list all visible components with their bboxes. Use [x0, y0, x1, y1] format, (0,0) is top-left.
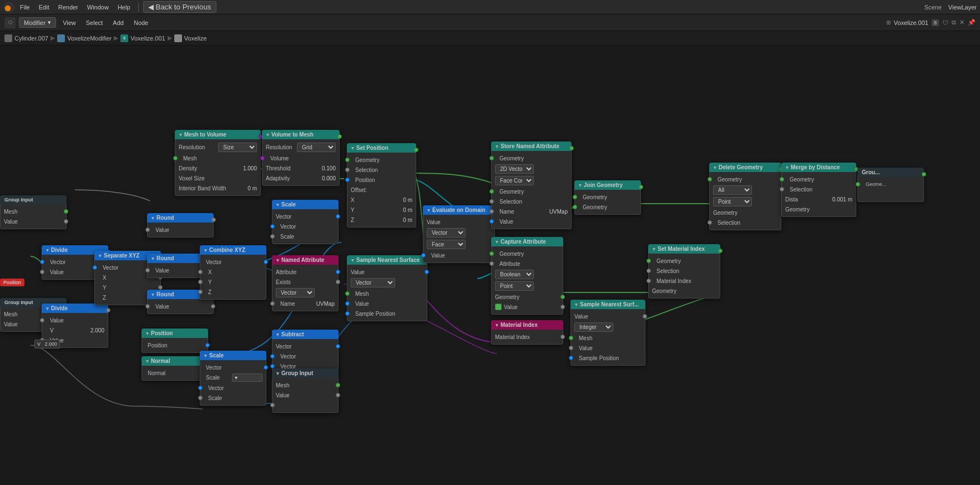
node-sample-nearest-surface[interactable]: ▾ Sample Nearest Surface Value Vector Me…	[347, 255, 427, 321]
menu-render[interactable]: Render	[55, 3, 82, 12]
v-value-field[interactable]: V 2.000	[34, 340, 60, 348]
node-row: Vector	[272, 221, 338, 231]
cap-type-select[interactable]: Boolean	[495, 270, 534, 279]
node-row: Selection	[782, 184, 856, 194]
node-scale-left[interactable]: ▾ Scale Vector Scale ▾ Vector Sc	[200, 351, 266, 406]
scale-dropdown[interactable]: ▾	[232, 373, 262, 382]
toolbar-select[interactable]: Select	[83, 18, 107, 27]
breadcrumb-cylinder[interactable]: Cylinder.007	[14, 35, 48, 42]
node-normal[interactable]: ▾ Normal Normal	[142, 356, 208, 381]
back-to-previous-button[interactable]: ◀ Back to Previous	[143, 1, 216, 13]
node-sample-nearest-surf2[interactable]: ▾ Sample Nearest Surf... Value Integer M…	[570, 300, 645, 366]
workspace-icon: ⊞	[886, 19, 891, 26]
eval-type-select[interactable]: Vector	[427, 228, 466, 238]
breadcrumb-voxelize001[interactable]: Voxelize.001	[130, 35, 165, 42]
node-subtract[interactable]: ▾ Subtract Vector Vector Vector	[272, 330, 339, 374]
sample-type-select[interactable]: Vector	[351, 278, 395, 287]
del-domain-select[interactable]: Point	[713, 197, 752, 206]
node-material-index[interactable]: ▾ Material Index Material Index	[491, 320, 563, 345]
node-row: Position	[142, 340, 208, 350]
node-canvas[interactable]: Group Input Mesh Value Group Input Mesh	[0, 46, 980, 485]
node-group-input-top[interactable]: Group Input Mesh Value	[0, 195, 67, 229]
socket-geom-in	[345, 158, 350, 162]
node-row: Value	[423, 250, 494, 260]
node-row: Value	[423, 217, 494, 227]
socket-mi-in	[646, 279, 651, 283]
socket-name-in	[270, 301, 275, 306]
socket-in	[40, 260, 44, 264]
checkbox-value[interactable]	[495, 304, 502, 310]
socket-z	[198, 290, 203, 294]
node-merge-by-distance[interactable]: ▾ Merge by Distance Geometry Selection D…	[781, 163, 856, 217]
workspace-count: 8	[932, 19, 939, 26]
socket-val-in	[569, 346, 573, 350]
socket-geom-in	[646, 259, 651, 263]
socket-value-in	[345, 301, 350, 306]
node-join-geometry[interactable]: ▾ Join Geometry Geometry Geometry	[574, 180, 641, 215]
node-delete-geometry[interactable]: ▾ Delete Geometry Geometry All Point	[709, 163, 781, 230]
node-row: Scale	[272, 231, 338, 241]
store-domain-select[interactable]: Face Corner	[495, 176, 534, 185]
store-type-select[interactable]: 2D Vector	[495, 164, 534, 174]
node-row: Y	[200, 277, 266, 287]
socket-geom1-in	[573, 195, 577, 199]
node-row: Interior Band Width 0 m	[175, 183, 260, 193]
socket-sel-in	[780, 187, 784, 191]
toolbar-add[interactable]: Add	[109, 18, 127, 27]
node-round-1[interactable]: ▾ Round Value	[147, 213, 214, 238]
node-volume-to-mesh[interactable]: ▾ Volume to Mesh Resolution GridAmount V…	[262, 130, 340, 186]
node-row: Normal	[142, 368, 208, 378]
socket-val-in	[489, 219, 494, 224]
attr-type-select[interactable]: Vector	[276, 288, 315, 297]
node-row: Geometry	[492, 292, 563, 302]
node-row: Geometry	[492, 186, 571, 196]
node-combine-xyz[interactable]: ▾ Combine XYZ Vector X Y Z	[200, 245, 266, 300]
menu-edit[interactable]: Edit	[36, 3, 53, 12]
socket-geom-in	[780, 177, 784, 181]
socket-val-out	[336, 393, 340, 397]
node-set-material-index[interactable]: ▾ Set Material Index Geometry Selection …	[648, 244, 720, 299]
node-store-named-attr[interactable]: ▾ Store Named Attribute Geometry 2D Vect…	[491, 142, 572, 229]
del-mode-select[interactable]: All	[713, 185, 752, 195]
modifier-dropdown[interactable]: Modifier ▾	[19, 17, 56, 28]
node-named-attribute[interactable]: ▾ Named Attribute Attribute Exists Vecto…	[272, 255, 339, 311]
breadcrumb-voxelize[interactable]: Voxelize	[184, 35, 207, 42]
menu-file[interactable]: File	[17, 3, 33, 12]
node-scale-mid[interactable]: ▾ Scale Vector Vector Scale	[272, 200, 339, 244]
menu-help[interactable]: Help	[114, 3, 134, 12]
node-set-position[interactable]: ▾ Set Position Geometry Selection Positi…	[347, 143, 416, 228]
toolbar-view[interactable]: View	[59, 18, 79, 27]
node-group-out[interactable]: Grou... Geome...	[857, 168, 924, 202]
socket-name-in	[489, 209, 494, 214]
node-row: V 2.000	[42, 325, 108, 335]
breadcrumb-voxelizemodifier[interactable]: VoxelizeModifier	[67, 35, 112, 42]
node-row: Boolean	[492, 269, 563, 280]
node-row: Geometry	[710, 208, 781, 218]
node-row: Vector	[272, 287, 338, 299]
resolution-grid-select[interactable]: GridAmount	[297, 143, 336, 152]
close-icon[interactable]: ✕	[959, 19, 964, 26]
node-evaluate-on-domain[interactable]: ▾ Evaluate on Domain Value Vector Face	[423, 205, 495, 263]
socket-x	[198, 270, 203, 274]
node-group-input-mid[interactable]: ▾ Group Input Mesh Value	[272, 368, 339, 413]
resolution-select[interactable]: SizeVoxel Amount	[218, 143, 257, 152]
socket-sel-in	[345, 168, 350, 172]
cap-domain-select[interactable]: Point	[495, 281, 534, 291]
node-row: Geometry	[347, 155, 416, 165]
node-row: Face Corner	[492, 175, 571, 186]
node-mesh-to-volume[interactable]: ▾ Mesh to Volume Resolution SizeVoxel Am…	[175, 130, 261, 196]
s-type-select[interactable]: Integer	[574, 322, 613, 332]
top-bar: File Edit Render Window Help ◀ Back to P…	[0, 0, 980, 14]
node-capture-attribute[interactable]: ▾ Capture Attribute Geometry Attribute B…	[491, 237, 563, 315]
menu-window[interactable]: Window	[84, 3, 112, 12]
node-row: Dista 0.001 m	[782, 194, 856, 204]
view-layer-label: ViewLayer	[948, 4, 977, 11]
eval-domain-select[interactable]: Face	[427, 240, 466, 249]
toolbar-node[interactable]: Node	[130, 18, 151, 27]
node-row: All	[710, 184, 781, 196]
node-row: Vector	[272, 211, 338, 221]
back-arrow-icon: ◀	[148, 3, 154, 11]
node-position[interactable]: ▾ Position Position	[142, 329, 208, 353]
socket-v-out	[336, 214, 340, 219]
node-row: Value	[148, 301, 213, 311]
